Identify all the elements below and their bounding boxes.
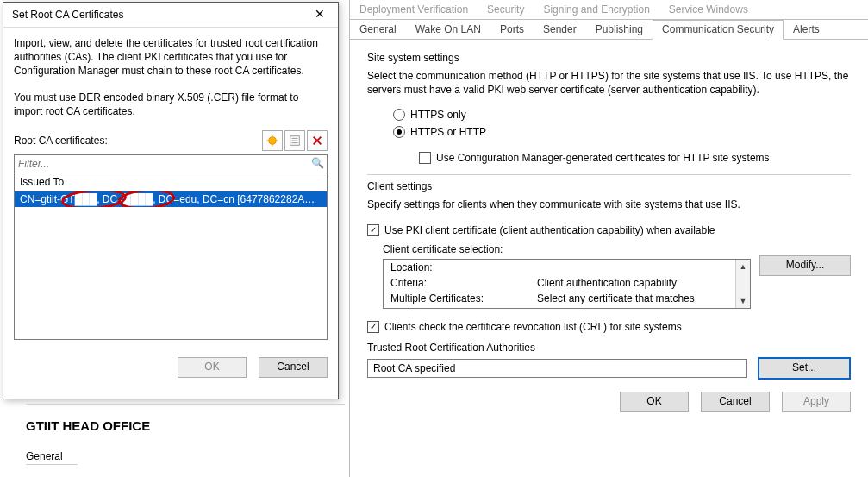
cancel-button[interactable]: Cancel bbox=[259, 357, 328, 378]
tab-sender[interactable]: Sender bbox=[534, 20, 586, 39]
scroll-up-icon[interactable]: ▲ bbox=[736, 260, 750, 273]
close-icon[interactable]: ✕ bbox=[307, 6, 333, 23]
check-cm-generated[interactable]: Use Configuration Manager-generated cert… bbox=[419, 152, 851, 164]
checkbox-icon: ✓ bbox=[367, 224, 379, 236]
tab-service-windows[interactable]: Service Windows bbox=[659, 0, 758, 19]
site-system-settings-title: Site system settings bbox=[367, 52, 851, 64]
dialog-titlebar: Set Root CA Certificates ✕ bbox=[3, 3, 338, 28]
dialog-note: You must use DER encoded binary X.509 (.… bbox=[14, 91, 328, 118]
cert-list[interactable]: Issued To CN=gtiit-GT███, DC=████, DC=ed… bbox=[14, 173, 328, 340]
site-card-general: General bbox=[26, 450, 78, 465]
tab-wake-on-lan[interactable]: Wake On LAN bbox=[406, 20, 490, 39]
tab-publishing[interactable]: Publishing bbox=[586, 20, 653, 39]
panel-ok-button[interactable]: OK bbox=[620, 392, 689, 412]
check-crl[interactable]: ✓ Clients check the certificate revocati… bbox=[367, 321, 851, 333]
tab-row-1: Deployment Verification Security Signing… bbox=[350, 0, 868, 20]
svg-point-0 bbox=[269, 137, 277, 145]
radio-https-only[interactable]: HTTPS only bbox=[393, 109, 851, 121]
search-icon[interactable]: 🔍 bbox=[311, 157, 324, 169]
client-settings-help: Specify settings for clients when they c… bbox=[367, 198, 851, 211]
site-card-title: GTIIT HEAD OFFICE bbox=[26, 418, 345, 433]
properties-icon[interactable] bbox=[284, 130, 305, 151]
client-cert-selection-box[interactable]: Location: Criteria:Client authentication… bbox=[383, 259, 751, 309]
new-icon[interactable] bbox=[262, 130, 283, 151]
radio-https-or-http[interactable]: HTTPS or HTTP bbox=[393, 126, 851, 138]
site-system-settings-help: Select the communication method (HTTP or… bbox=[367, 69, 851, 97]
check-use-pki[interactable]: ✓ Use PKI client certificate (client aut… bbox=[367, 224, 851, 236]
scroll-down-icon[interactable]: ▼ bbox=[736, 294, 750, 308]
tab-security[interactable]: Security bbox=[478, 0, 534, 19]
scrollbar[interactable]: ▲▼ bbox=[735, 260, 750, 308]
ok-button: OK bbox=[178, 357, 247, 378]
tab-signing-encryption[interactable]: Signing and Encryption bbox=[534, 0, 659, 19]
tab-general[interactable]: General bbox=[350, 20, 406, 39]
radio-icon bbox=[393, 109, 405, 121]
cert-row[interactable]: CN=gtiit-GT███, DC=████, DC=edu, DC=cn [… bbox=[15, 191, 327, 207]
client-cert-selection-label: Client certificate selection: bbox=[383, 243, 851, 255]
trusted-root-ca-field[interactable] bbox=[367, 359, 747, 378]
delete-icon[interactable] bbox=[307, 130, 328, 151]
client-settings-title: Client settings bbox=[367, 180, 851, 192]
set-button[interactable]: Set... bbox=[758, 357, 851, 380]
filter-input[interactable] bbox=[14, 154, 328, 173]
checkbox-icon bbox=[419, 152, 431, 164]
root-ca-list-label: Root CA certificates: bbox=[14, 135, 108, 147]
properties-panel: Deployment Verification Security Signing… bbox=[349, 0, 868, 477]
dialog-intro: Import, view, and delete the certificate… bbox=[14, 36, 328, 78]
panel-apply-button: Apply bbox=[782, 392, 851, 412]
radio-icon bbox=[393, 126, 405, 138]
checkbox-icon: ✓ bbox=[367, 321, 379, 333]
dialog-title: Set Root CA Certificates bbox=[12, 9, 123, 21]
modify-button[interactable]: Modify... bbox=[759, 255, 851, 276]
site-card: GTIIT HEAD OFFICE General bbox=[26, 404, 345, 465]
tab-communication-security[interactable]: Communication Security bbox=[653, 20, 784, 40]
panel-cancel-button[interactable]: Cancel bbox=[701, 392, 770, 412]
column-header-issued-to[interactable]: Issued To bbox=[15, 173, 327, 191]
tab-row-2: General Wake On LAN Ports Sender Publish… bbox=[350, 20, 868, 40]
root-ca-dialog: Set Root CA Certificates ✕ Import, view,… bbox=[3, 2, 339, 399]
tab-alerts[interactable]: Alerts bbox=[784, 20, 829, 39]
tab-deployment-verification[interactable]: Deployment Verification bbox=[350, 0, 478, 19]
trusted-root-ca-label: Trusted Root Certification Authorities bbox=[367, 342, 851, 354]
tab-ports[interactable]: Ports bbox=[490, 20, 534, 39]
